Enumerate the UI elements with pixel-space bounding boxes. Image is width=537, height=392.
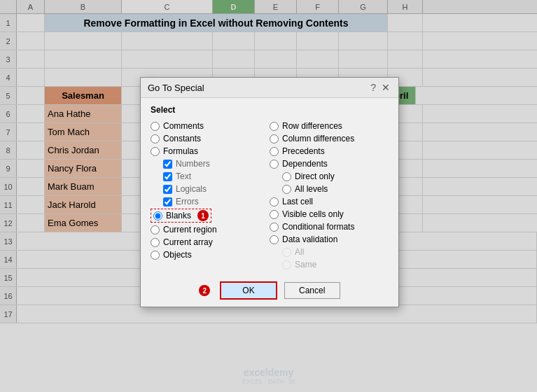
cancel-button[interactable]: Cancel (284, 282, 340, 299)
dependents-label: Dependents (282, 159, 328, 169)
same-sub-radio (282, 260, 291, 270)
direct-only-label: Direct only (295, 172, 335, 181)
direct-only-radio[interactable] (282, 172, 291, 181)
close-button[interactable]: ✕ (380, 83, 391, 92)
option-errors[interactable]: Errors (163, 196, 270, 207)
option-blanks[interactable]: Blanks 1 (151, 209, 211, 223)
option-constants[interactable]: Constants (151, 133, 270, 144)
errors-checkbox[interactable] (163, 197, 172, 206)
badge-1: 1 (197, 210, 209, 221)
last-cell-label: Last cell (282, 197, 313, 206)
row-differences-radio[interactable] (270, 122, 279, 131)
options-right: Row differences Column differences Prece… (270, 120, 389, 270)
dialog-title-bar: Go To Special ? ✕ (141, 78, 398, 98)
current-region-radio[interactable] (151, 225, 160, 234)
select-label: Select (151, 105, 389, 115)
dialog-footer: 2 OK Cancel (141, 276, 398, 307)
conditional-formats-label: Conditional formats (282, 222, 354, 232)
options-left: Comments Constants Formulas Numbers Text (151, 120, 270, 270)
option-current-array[interactable]: Current array (151, 237, 270, 248)
all-levels-label: All levels (295, 184, 328, 194)
current-region-label: Current region (163, 225, 217, 234)
badge-2: 2 (199, 285, 210, 296)
all-levels-radio[interactable] (282, 185, 291, 194)
objects-radio[interactable] (151, 251, 160, 260)
all-sub-label: All (295, 247, 304, 257)
option-conditional-formats[interactable]: Conditional formats (270, 221, 389, 232)
ok-button[interactable]: OK (220, 281, 277, 300)
data-validation-label: Data validation (282, 234, 337, 244)
option-all-levels[interactable]: All levels (282, 183, 389, 195)
option-comments[interactable]: Comments (151, 120, 270, 132)
go-to-special-dialog: Go To Special ? ✕ Select Comments Consta… (140, 77, 399, 307)
numbers-checkbox[interactable] (163, 160, 172, 169)
dialog-title-text: Go To Special (148, 83, 204, 93)
errors-label: Errors (176, 197, 199, 206)
all-sub-radio (282, 248, 291, 257)
text-checkbox[interactable] (163, 172, 172, 181)
visible-cells-label: Visible cells only (282, 209, 344, 219)
text-label: Text (176, 172, 191, 181)
numbers-label: Numbers (176, 159, 210, 169)
option-col-diff[interactable]: Column differences (270, 133, 389, 144)
dependents-radio[interactable] (270, 160, 279, 169)
logicals-label: Logicals (176, 184, 207, 194)
objects-label: Objects (163, 250, 192, 260)
option-row-diff[interactable]: Row differences (270, 120, 389, 132)
precedents-label: Precedents (282, 146, 325, 156)
option-logicals[interactable]: Logicals (163, 183, 270, 195)
option-text[interactable]: Text (163, 171, 270, 182)
visible-cells-radio[interactable] (270, 210, 279, 219)
option-precedents[interactable]: Precedents (270, 146, 389, 157)
formulas-radio[interactable] (151, 147, 160, 156)
blanks-radio[interactable] (153, 211, 162, 220)
col-differences-radio[interactable] (270, 134, 279, 144)
logicals-checkbox[interactable] (163, 185, 172, 194)
dialog-title-icons: ? ✕ (370, 82, 391, 93)
option-direct-only[interactable]: Direct only (282, 171, 389, 182)
comments-radio[interactable] (151, 122, 160, 131)
option-dependents[interactable]: Dependents (270, 158, 389, 169)
precedents-radio[interactable] (270, 147, 279, 156)
help-icon[interactable]: ? (370, 82, 376, 93)
blanks-label: Blanks (166, 211, 191, 220)
same-sub-label: Same (295, 260, 316, 270)
options-grid: Comments Constants Formulas Numbers Text (151, 120, 389, 270)
col-differences-label: Column differences (282, 134, 354, 144)
formulas-label: Formulas (163, 146, 198, 156)
current-array-label: Current array (163, 237, 213, 247)
option-objects[interactable]: Objects (151, 249, 270, 260)
option-current-region[interactable]: Current region (151, 224, 270, 235)
conditional-formats-radio[interactable] (270, 223, 279, 232)
option-visible-cells[interactable]: Visible cells only (270, 209, 389, 220)
dialog-body: Select Comments Constants Formulas (141, 98, 398, 276)
option-last-cell[interactable]: Last cell (270, 196, 389, 207)
option-numbers[interactable]: Numbers (163, 158, 270, 169)
option-data-validation[interactable]: Data validation (270, 234, 389, 245)
option-same-sub[interactable]: Same (282, 259, 389, 270)
constants-label: Constants (163, 134, 201, 144)
current-array-radio[interactable] (151, 238, 160, 247)
comments-label: Comments (163, 121, 204, 131)
option-formulas[interactable]: Formulas (151, 146, 270, 157)
data-validation-radio[interactable] (270, 235, 279, 244)
last-cell-radio[interactable] (270, 197, 279, 206)
constants-radio[interactable] (151, 134, 160, 144)
row-differences-label: Row differences (282, 121, 342, 131)
option-all-sub[interactable]: All (282, 246, 389, 258)
